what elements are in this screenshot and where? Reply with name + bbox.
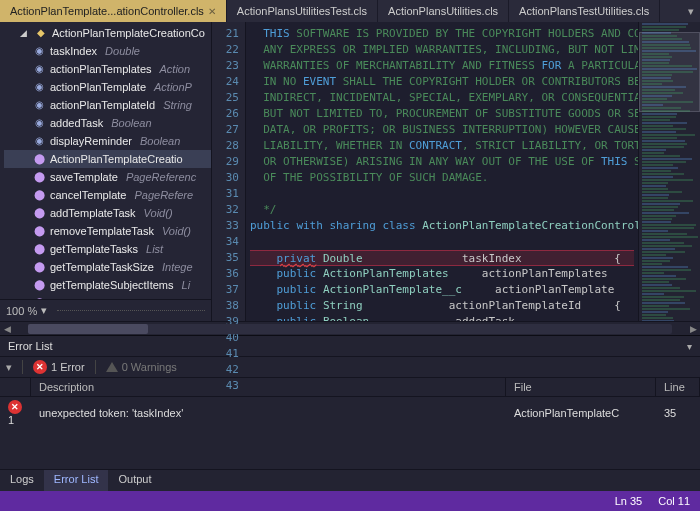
tab-output[interactable]: Output (108, 470, 161, 491)
tab-logs[interactable]: Logs (0, 470, 44, 491)
error-row[interactable]: ✕ 1 unexpected token: 'taskIndex' Action… (0, 397, 700, 430)
line-number: 26 (212, 106, 239, 122)
error-count-button[interactable]: ✕ 1 Error (33, 360, 85, 374)
outline-method[interactable]: ⬤saveTemplatePageReferenc (4, 168, 211, 186)
warning-count-label: 0 Warnings (122, 361, 177, 373)
twisty-icon[interactable]: ◢ (20, 25, 30, 41)
editor-tabs: ActionPlanTemplate...ationController.cls… (0, 0, 700, 22)
field-icon: ◉ (32, 62, 46, 76)
divider (57, 310, 205, 311)
error-row-file: ActionPlanTemplateC (506, 397, 656, 430)
line-number: 36 (212, 266, 239, 282)
field-icon: ◉ (32, 80, 46, 94)
error-toolbar: ▾ ✕ 1 Error 0 Warnings (0, 357, 700, 378)
outline-field[interactable]: ◉displayReminderBoolean (4, 132, 211, 150)
line-number: 21 (212, 26, 239, 42)
col-description[interactable]: Description (31, 378, 506, 397)
tab-label: ActionPlansUtilitiesTest.cls (237, 5, 367, 17)
outline-tree[interactable]: ◢◆ActionPlanTemplateCreationCo◉taskIndex… (0, 22, 211, 299)
horizontal-scrollbar[interactable]: ◀ ▶ (0, 321, 700, 335)
outline-field[interactable]: ◉taskIndexDouble (4, 42, 211, 60)
line-number: 24 (212, 74, 239, 90)
zoom-value[interactable]: 100 % (6, 305, 37, 317)
filter-icon[interactable]: ▾ (6, 361, 12, 374)
method-icon: ⬤ (32, 278, 46, 292)
divider (22, 360, 23, 374)
outline-panel: ◢◆ActionPlanTemplateCreationCo◉taskIndex… (0, 22, 212, 321)
tab-file[interactable]: ActionPlansUtilities.cls (378, 0, 509, 22)
line-number: 34 (212, 234, 239, 250)
tab-label: ActionPlansTestUtilities.cls (519, 5, 649, 17)
chevron-down-icon[interactable]: ▾ (41, 304, 47, 317)
outline-method[interactable]: ⬤cancelTemplatePageRefere (4, 186, 211, 204)
col-file[interactable]: File (506, 378, 656, 397)
scroll-thumb[interactable] (28, 324, 148, 334)
outline-method[interactable]: ⬤getTemplateTasksList (4, 240, 211, 258)
field-icon: ◉ (32, 116, 46, 130)
tab-label: ActionPlansUtilities.cls (388, 5, 498, 17)
chevron-down-icon[interactable]: ▾ (688, 5, 694, 18)
editor[interactable]: 2122232425262728293031323334353637383940… (212, 22, 700, 321)
line-number: 35 (212, 250, 239, 266)
tab-file[interactable]: ActionPlansUtilitiesTest.cls (227, 0, 378, 22)
tabs-overflow: ▾ (688, 0, 700, 22)
tab-label: ActionPlanTemplate...ationController.cls (10, 5, 204, 17)
outline-method[interactable]: ⬤addTemplateTaskVoid() (4, 204, 211, 222)
error-icon: ✕ (33, 360, 47, 374)
minimap[interactable] (638, 22, 700, 321)
line-number: 28 (212, 138, 239, 154)
tab-file[interactable]: ActionPlansTestUtilities.cls (509, 0, 660, 22)
outline-field[interactable]: ◉addedTaskBoolean (4, 114, 211, 132)
warning-count-button[interactable]: 0 Warnings (106, 361, 177, 373)
code-area[interactable]: THIS SOFTWARE IS PROVIDED BY THE COPYRIG… (246, 22, 638, 321)
outline-method[interactable]: ⬤getTemplateSubjectItemsLi (4, 276, 211, 294)
chevron-down-icon[interactable]: ▾ (687, 341, 692, 352)
tab-error-list[interactable]: Error List (44, 470, 109, 491)
field-icon: ◉ (32, 98, 46, 112)
field-icon: ◉ (32, 134, 46, 148)
line-number: 23 (212, 58, 239, 74)
outline-method[interactable]: ⬤removeTemplateTaskVoid() (4, 222, 211, 240)
error-row-icon: ✕ 1 (0, 397, 31, 430)
col-line[interactable]: Line (656, 378, 700, 397)
status-col[interactable]: Col 11 (658, 495, 690, 507)
line-number: 43 (212, 378, 239, 394)
error-row-num: 1 (8, 414, 14, 426)
line-number: 31 (212, 186, 239, 202)
warning-icon (106, 362, 118, 372)
line-number: 29 (212, 154, 239, 170)
outline-class[interactable]: ◢◆ActionPlanTemplateCreationCo (4, 24, 211, 42)
error-icon: ✕ (8, 400, 22, 414)
status-line[interactable]: Ln 35 (615, 495, 643, 507)
line-number: 37 (212, 282, 239, 298)
error-table: Description File Line ✕ 1 unexpected tok… (0, 378, 700, 469)
error-row-line: 35 (656, 397, 700, 430)
scroll-track[interactable] (28, 324, 672, 334)
line-number: 22 (212, 42, 239, 58)
outline-field[interactable]: ◉actionPlanTemplatesAction (4, 60, 211, 78)
method-icon: ⬤ (32, 152, 46, 166)
tab-file-active[interactable]: ActionPlanTemplate...ationController.cls… (0, 0, 227, 22)
panel-title-bar: Error List ▾ (0, 336, 700, 357)
outline-method[interactable]: ⬤getTemplateTaskSizeIntege (4, 258, 211, 276)
scroll-right-icon[interactable]: ▶ (686, 324, 700, 334)
method-icon: ⬤ (32, 206, 46, 220)
main-split: ◢◆ActionPlanTemplateCreationCo◉taskIndex… (0, 22, 700, 321)
zoom-bar: 100 % ▾ (0, 299, 211, 321)
outline-method[interactable]: ⬤ActionPlanTemplateCreatio (4, 150, 211, 168)
outline-field[interactable]: ◉actionPlanTemplateActionP (4, 78, 211, 96)
line-number: 27 (212, 122, 239, 138)
line-number: 25 (212, 90, 239, 106)
error-row-desc: unexpected token: 'taskIndex' (31, 397, 506, 430)
col-icon[interactable] (0, 378, 31, 397)
scroll-left-icon[interactable]: ◀ (0, 324, 14, 334)
line-number: 42 (212, 362, 239, 378)
line-number: 33 (212, 218, 239, 234)
output-tabs: Logs Error List Output (0, 469, 700, 491)
panel-title: Error List (8, 340, 53, 352)
line-number: 30 (212, 170, 239, 186)
close-icon[interactable]: ✕ (208, 6, 216, 17)
method-icon: ⬤ (32, 224, 46, 238)
field-icon: ◉ (32, 44, 46, 58)
outline-field[interactable]: ◉actionPlanTemplateIdString (4, 96, 211, 114)
